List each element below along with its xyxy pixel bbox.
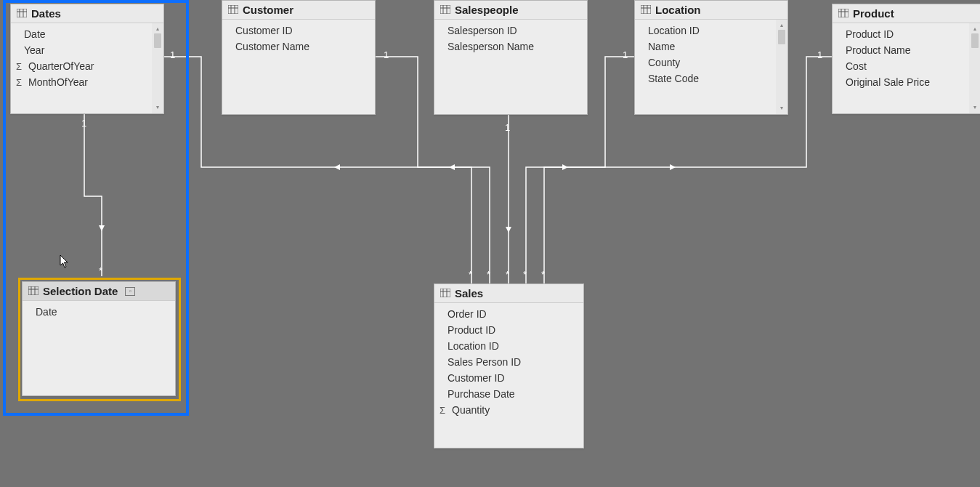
- scroll-thumb[interactable]: [971, 33, 979, 48]
- field-item[interactable]: ΣQuarterOfYear: [11, 58, 152, 74]
- cardinality-label: *: [487, 269, 490, 280]
- table-icon: [440, 4, 450, 16]
- field-item[interactable]: Cost: [833, 58, 969, 74]
- table-header[interactable]: Salespeople: [434, 1, 587, 20]
- cardinality-label: *: [469, 269, 472, 280]
- field-list: Date: [23, 301, 175, 395]
- sigma-icon: Σ: [437, 405, 448, 416]
- field-item[interactable]: ΣQuantity: [434, 402, 583, 418]
- field-item[interactable]: Customer ID: [222, 23, 375, 39]
- field-item[interactable]: Product ID: [434, 322, 583, 338]
- table-icon: [838, 7, 849, 20]
- table-title: Selection Date: [43, 285, 118, 297]
- cardinality-label: *: [523, 269, 527, 280]
- table-title: Customer: [243, 4, 293, 16]
- cardinality-label: *: [506, 269, 509, 280]
- table-icon: [28, 285, 39, 297]
- field-item[interactable]: Customer ID: [434, 370, 583, 386]
- date-table-badge-icon: ▫: [125, 287, 135, 296]
- svg-rect-20: [28, 286, 39, 295]
- field-item[interactable]: Product Name: [833, 42, 969, 58]
- field-item[interactable]: Location ID: [434, 338, 583, 354]
- field-list: Order ID Product ID Location ID Sales Pe…: [434, 303, 583, 448]
- svg-rect-4: [228, 5, 238, 14]
- table-location[interactable]: Location Location ID Name County State C…: [634, 0, 788, 115]
- scrollbar[interactable]: ▴ ▾: [776, 20, 787, 114]
- table-icon: [228, 4, 238, 16]
- table-header[interactable]: Sales: [434, 284, 583, 303]
- field-item[interactable]: State Code: [635, 71, 776, 86]
- field-item[interactable]: Product ID: [833, 26, 969, 42]
- svg-rect-12: [641, 5, 651, 14]
- field-list: Customer ID Customer Name: [222, 20, 375, 114]
- field-item[interactable]: Customer Name: [222, 39, 375, 55]
- field-item[interactable]: Order ID: [434, 306, 583, 322]
- field-item[interactable]: Original Sale Price: [833, 74, 969, 90]
- cardinality-label: 1: [623, 49, 628, 60]
- table-header[interactable]: Product: [833, 4, 980, 23]
- cardinality-label: 1: [170, 49, 175, 60]
- field-item[interactable]: Sales Person ID: [434, 354, 583, 370]
- model-canvas[interactable]: 1 * 1 1 1 1 1 * * * * * Dates Date Year …: [0, 0, 980, 487]
- cardinality-label: *: [541, 269, 545, 280]
- cardinality-label: 1: [81, 118, 86, 129]
- cardinality-label: 1: [817, 49, 822, 60]
- table-customer[interactable]: Customer Customer ID Customer Name: [222, 0, 376, 115]
- field-list: Salesperson ID Salesperson Name: [434, 20, 587, 114]
- table-sales[interactable]: Sales Order ID Product ID Location ID Sa…: [434, 283, 584, 448]
- svg-rect-24: [440, 289, 450, 297]
- scroll-down-icon[interactable]: ▾: [972, 103, 978, 112]
- cardinality-label: 1: [384, 49, 389, 60]
- table-icon: [17, 7, 27, 20]
- table-title: Sales: [455, 287, 483, 299]
- table-product[interactable]: Product Product ID Product Name Cost Ori…: [832, 4, 980, 114]
- table-header[interactable]: Location: [635, 1, 787, 20]
- table-icon: [440, 287, 450, 299]
- table-header[interactable]: Customer: [222, 1, 375, 20]
- table-header[interactable]: Selection Date ▫: [23, 282, 175, 301]
- table-title: Dates: [31, 7, 61, 20]
- table-dates[interactable]: Dates Date Year ΣQuarterOfYear ΣMonthOfY…: [10, 4, 164, 114]
- field-list: Date Year ΣQuarterOfYear ΣMonthOfYear: [11, 23, 152, 113]
- table-header[interactable]: Dates: [11, 4, 163, 23]
- table-title: Location: [655, 4, 701, 16]
- cardinality-label: 1: [505, 122, 510, 133]
- field-list: Location ID Name County State Code: [635, 20, 776, 114]
- svg-rect-8: [440, 5, 450, 14]
- scroll-up-icon[interactable]: ▴: [779, 21, 785, 30]
- scrollbar[interactable]: ▴ ▾: [969, 23, 980, 113]
- scroll-up-icon[interactable]: ▴: [972, 25, 978, 33]
- field-item[interactable]: Salesperson Name: [434, 39, 587, 55]
- scrollbar[interactable]: ▴ ▾: [152, 23, 163, 113]
- svg-rect-0: [17, 9, 27, 17]
- svg-rect-16: [838, 9, 849, 17]
- table-title: Salespeople: [455, 4, 519, 16]
- table-title: Product: [853, 7, 894, 20]
- scroll-thumb[interactable]: [154, 33, 161, 48]
- table-salespeople[interactable]: Salespeople Salesperson ID Salesperson N…: [434, 0, 588, 115]
- field-item[interactable]: Location ID: [635, 23, 776, 39]
- cardinality-label: *: [99, 265, 102, 276]
- cursor-icon: [60, 254, 70, 269]
- field-item[interactable]: Purchase Date: [434, 386, 583, 402]
- field-item[interactable]: Name: [635, 39, 776, 55]
- field-item[interactable]: Date: [23, 304, 175, 320]
- field-item[interactable]: Salesperson ID: [434, 23, 587, 39]
- field-item[interactable]: County: [635, 55, 776, 71]
- scroll-down-icon[interactable]: ▾: [155, 103, 161, 112]
- table-selection-date[interactable]: Selection Date ▫ Date: [22, 281, 176, 396]
- field-item[interactable]: Year: [11, 42, 152, 58]
- field-item[interactable]: Date: [11, 26, 152, 42]
- sigma-icon: Σ: [14, 61, 24, 72]
- scroll-up-icon[interactable]: ▴: [155, 25, 161, 33]
- field-item[interactable]: ΣMonthOfYear: [11, 74, 152, 90]
- sigma-icon: Σ: [14, 77, 24, 88]
- field-list: Product ID Product Name Cost Original Sa…: [833, 23, 969, 113]
- scroll-down-icon[interactable]: ▾: [779, 104, 785, 113]
- table-icon: [641, 4, 651, 16]
- scroll-thumb[interactable]: [778, 30, 785, 44]
